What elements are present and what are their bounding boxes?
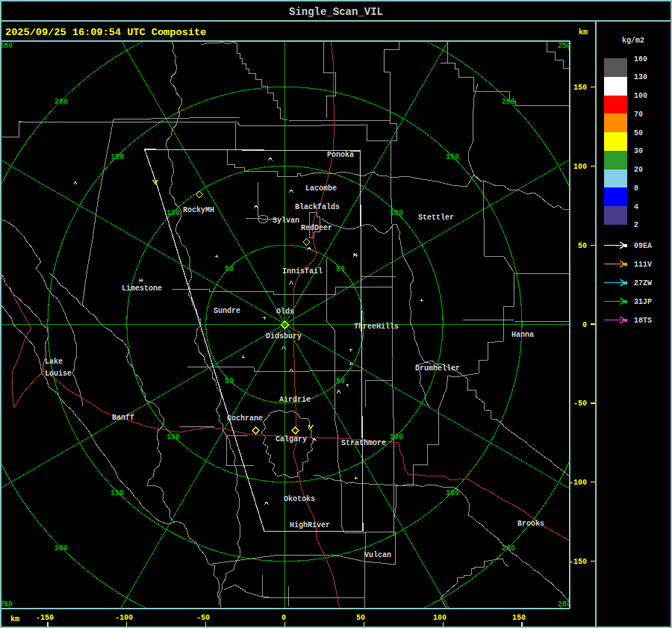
svg-text:Banff: Banff [112, 414, 134, 422]
svg-text:Drumheller: Drumheller [415, 364, 460, 373]
svg-text:8: 8 [634, 184, 638, 193]
svg-text:Calgary: Calgary [276, 435, 307, 444]
svg-text:100: 100 [390, 209, 403, 217]
svg-text:Okotoks: Okotoks [284, 495, 315, 503]
svg-text:Louise: Louise [45, 370, 72, 378]
svg-text:Lake: Lake [45, 358, 63, 366]
svg-text:Ponoka: Ponoka [327, 151, 354, 159]
svg-text:Cochrane: Cochrane [227, 414, 263, 423]
svg-text:Olds: Olds [276, 308, 294, 316]
svg-text:-150: -150 [36, 614, 54, 622]
svg-text:-50: -50 [573, 400, 587, 408]
svg-text:31JP: 31JP [634, 298, 652, 306]
svg-text:18TS: 18TS [634, 317, 652, 325]
svg-text:150: 150 [111, 489, 124, 497]
svg-text:27ZW: 27ZW [634, 279, 652, 287]
svg-text:250: 250 [0, 42, 13, 50]
svg-text:km: km [579, 28, 588, 37]
svg-text:0: 0 [281, 614, 286, 622]
svg-text:ThreeHills: ThreeHills [354, 323, 399, 331]
svg-text:50: 50 [336, 377, 345, 385]
svg-text:2: 2 [634, 221, 638, 229]
svg-text:50: 50 [634, 129, 643, 137]
svg-text:Stettler: Stettler [418, 214, 454, 222]
svg-text:RedDeer: RedDeer [301, 224, 332, 232]
svg-text:150: 150 [446, 489, 459, 497]
svg-text:50: 50 [578, 242, 587, 250]
svg-text:200: 200 [502, 98, 515, 106]
svg-text:Sylvan: Sylvan [273, 217, 299, 225]
svg-text:100: 100 [433, 614, 447, 622]
svg-text:150: 150 [111, 153, 124, 161]
svg-text:150: 150 [512, 614, 526, 622]
svg-text:09EA: 09EA [634, 242, 652, 250]
svg-text:Single_Scan_VIL: Single_Scan_VIL [289, 6, 383, 18]
svg-text:4: 4 [634, 203, 638, 211]
svg-text:160: 160 [634, 55, 647, 63]
svg-text:130: 130 [634, 73, 647, 81]
svg-text:50: 50 [336, 265, 345, 273]
svg-text:km: km [10, 615, 19, 624]
svg-text:50: 50 [225, 377, 234, 385]
svg-text:Brooks: Brooks [517, 520, 544, 528]
svg-text:0: 0 [582, 321, 587, 329]
svg-text:Didsbury: Didsbury [266, 332, 302, 341]
svg-text:70: 70 [634, 111, 643, 119]
svg-text:100: 100 [634, 92, 647, 100]
svg-text:200: 200 [55, 544, 68, 553]
svg-text:100: 100 [390, 433, 403, 441]
svg-text:kg/m2: kg/m2 [622, 37, 644, 45]
svg-text:30: 30 [634, 147, 643, 155]
svg-text:Strathmore: Strathmore [341, 439, 386, 447]
svg-text:-50: -50 [196, 614, 210, 622]
svg-text:150: 150 [573, 84, 587, 92]
svg-text:Lacombe: Lacombe [305, 184, 337, 193]
svg-text:Vulcan: Vulcan [364, 551, 391, 559]
svg-text:2025/09/25 16:09:54 UTC Compos: 2025/09/25 16:09:54 UTC Composite [5, 27, 206, 38]
svg-text:50: 50 [356, 614, 365, 622]
svg-text:200: 200 [55, 98, 68, 106]
svg-text:Hanna: Hanna [511, 331, 534, 339]
svg-text:100: 100 [167, 209, 180, 217]
svg-text:150: 150 [446, 153, 459, 161]
svg-text:-150: -150 [569, 558, 587, 566]
svg-text:100: 100 [167, 433, 180, 441]
svg-text:50: 50 [225, 265, 234, 273]
svg-text:111V: 111V [634, 261, 652, 269]
svg-text:Airdrie: Airdrie [279, 396, 311, 404]
svg-text:RockyMH: RockyMH [183, 206, 214, 214]
svg-text:-100: -100 [115, 614, 133, 622]
svg-text:200: 200 [502, 544, 515, 553]
svg-text:Blackfalds: Blackfalds [295, 203, 340, 211]
svg-text:-100: -100 [569, 479, 587, 487]
svg-text:250: 250 [0, 600, 13, 609]
svg-text:HighRiver: HighRiver [290, 521, 330, 529]
svg-text:Sundre: Sundre [214, 307, 240, 315]
svg-text:20: 20 [634, 166, 643, 174]
svg-text:Innisfail: Innisfail [282, 267, 323, 276]
svg-text:Limestone: Limestone [122, 285, 162, 293]
svg-text:100: 100 [573, 163, 587, 171]
